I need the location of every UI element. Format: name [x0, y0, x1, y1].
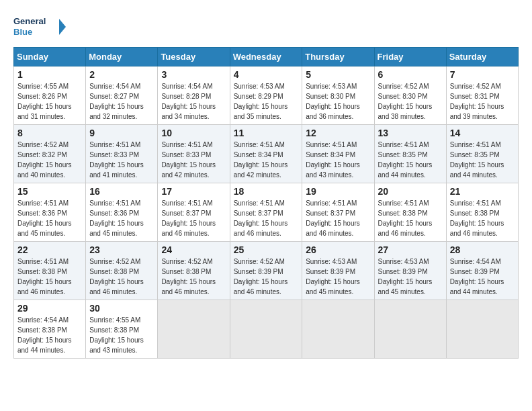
day-number: 26 [306, 244, 370, 255]
day-number: 3 [161, 69, 226, 80]
day-cell: 22 Sunrise: 4:51 AMSunset: 8:38 PMDaylig… [14, 242, 86, 300]
day-info: Sunrise: 4:52 AMSunset: 8:32 PMDaylight:… [17, 141, 72, 179]
weekday-header-row: Sunday Monday Tuesday Wednesday Thursday… [14, 48, 519, 66]
empty-cell [158, 300, 230, 359]
header-thursday: Thursday [302, 48, 374, 66]
day-number: 14 [450, 128, 515, 138]
svg-text:General: General [13, 16, 46, 26]
calendar-body: 1 Sunrise: 4:55 AMSunset: 8:26 PMDayligh… [14, 66, 519, 359]
day-number: 23 [89, 244, 154, 255]
day-number: 16 [89, 186, 154, 197]
day-cell: 27 Sunrise: 4:53 AMSunset: 8:39 PMDaylig… [374, 242, 446, 300]
day-cell: 28 Sunrise: 4:54 AMSunset: 8:39 PMDaylig… [446, 242, 518, 300]
day-info: Sunrise: 4:53 AMSunset: 8:29 PMDaylight:… [234, 83, 288, 120]
day-number: 20 [378, 186, 443, 197]
day-cell: 11 Sunrise: 4:51 AMSunset: 8:34 PMDaylig… [230, 125, 302, 183]
day-number: 25 [234, 244, 299, 255]
day-info: Sunrise: 4:54 AMSunset: 8:39 PMDaylight:… [450, 258, 504, 295]
logo-svg: General Blue [13, 13, 67, 40]
day-cell: 6 Sunrise: 4:52 AMSunset: 8:30 PMDayligh… [374, 66, 446, 125]
day-cell: 19 Sunrise: 4:51 AMSunset: 8:37 PMDaylig… [302, 183, 374, 242]
day-number: 12 [306, 128, 370, 138]
empty-cell [230, 300, 302, 359]
day-number: 2 [89, 69, 154, 80]
day-info: Sunrise: 4:51 AMSunset: 8:37 PMDaylight:… [306, 199, 360, 237]
day-cell: 13 Sunrise: 4:51 AMSunset: 8:35 PMDaylig… [374, 125, 446, 183]
day-cell: 5 Sunrise: 4:53 AMSunset: 8:30 PMDayligh… [302, 66, 374, 125]
day-cell: 23 Sunrise: 4:52 AMSunset: 8:38 PMDaylig… [86, 242, 158, 300]
day-info: Sunrise: 4:51 AMSunset: 8:38 PMDaylight:… [450, 199, 504, 237]
day-info: Sunrise: 4:54 AMSunset: 8:27 PMDaylight:… [89, 83, 144, 120]
day-number: 29 [17, 303, 82, 314]
day-info: Sunrise: 4:51 AMSunset: 8:37 PMDaylight:… [234, 199, 288, 237]
day-info: Sunrise: 4:53 AMSunset: 8:39 PMDaylight:… [306, 258, 360, 295]
day-number: 1 [17, 69, 82, 80]
header-saturday: Saturday [446, 48, 518, 66]
day-info: Sunrise: 4:51 AMSunset: 8:38 PMDaylight:… [378, 199, 433, 237]
day-info: Sunrise: 4:51 AMSunset: 8:35 PMDaylight:… [378, 141, 433, 179]
day-number: 11 [234, 128, 299, 138]
empty-cell [446, 300, 518, 359]
day-number: 17 [161, 186, 226, 197]
day-cell: 12 Sunrise: 4:51 AMSunset: 8:34 PMDaylig… [302, 125, 374, 183]
day-info: Sunrise: 4:54 AMSunset: 8:38 PMDaylight:… [17, 316, 72, 354]
day-info: Sunrise: 4:52 AMSunset: 8:30 PMDaylight:… [378, 83, 433, 120]
day-cell: 10 Sunrise: 4:51 AMSunset: 8:33 PMDaylig… [158, 125, 230, 183]
day-cell: 15 Sunrise: 4:51 AMSunset: 8:36 PMDaylig… [14, 183, 86, 242]
day-info: Sunrise: 4:52 AMSunset: 8:31 PMDaylight:… [450, 83, 504, 120]
day-cell: 21 Sunrise: 4:51 AMSunset: 8:38 PMDaylig… [446, 183, 518, 242]
day-cell: 7 Sunrise: 4:52 AMSunset: 8:31 PMDayligh… [446, 66, 518, 125]
calendar: Sunday Monday Tuesday Wednesday Thursday… [13, 47, 519, 359]
day-number: 30 [89, 303, 154, 314]
day-cell: 24 Sunrise: 4:52 AMSunset: 8:38 PMDaylig… [158, 242, 230, 300]
day-info: Sunrise: 4:51 AMSunset: 8:37 PMDaylight:… [161, 199, 216, 237]
header-monday: Monday [86, 48, 158, 66]
day-info: Sunrise: 4:54 AMSunset: 8:28 PMDaylight:… [161, 83, 216, 120]
day-info: Sunrise: 4:52 AMSunset: 8:39 PMDaylight:… [234, 258, 288, 295]
day-cell: 3 Sunrise: 4:54 AMSunset: 8:28 PMDayligh… [158, 66, 230, 125]
page-header: General Blue [13, 13, 519, 40]
svg-text:Blue: Blue [13, 27, 32, 37]
day-cell: 4 Sunrise: 4:53 AMSunset: 8:29 PMDayligh… [230, 66, 302, 125]
day-info: Sunrise: 4:55 AMSunset: 8:26 PMDaylight:… [17, 83, 72, 120]
day-info: Sunrise: 4:51 AMSunset: 8:34 PMDaylight:… [306, 141, 360, 179]
day-cell: 8 Sunrise: 4:52 AMSunset: 8:32 PMDayligh… [14, 125, 86, 183]
header-wednesday: Wednesday [230, 48, 302, 66]
day-cell: 9 Sunrise: 4:51 AMSunset: 8:33 PMDayligh… [86, 125, 158, 183]
svg-marker-2 [59, 19, 66, 35]
day-number: 6 [378, 69, 443, 80]
day-info: Sunrise: 4:55 AMSunset: 8:38 PMDaylight:… [89, 316, 144, 354]
day-number: 21 [450, 186, 515, 197]
day-info: Sunrise: 4:51 AMSunset: 8:36 PMDaylight:… [89, 199, 144, 237]
day-info: Sunrise: 4:53 AMSunset: 8:39 PMDaylight:… [378, 258, 433, 295]
day-number: 22 [17, 244, 82, 255]
day-number: 10 [161, 128, 226, 138]
day-cell: 14 Sunrise: 4:51 AMSunset: 8:35 PMDaylig… [446, 125, 518, 183]
day-cell: 17 Sunrise: 4:51 AMSunset: 8:37 PMDaylig… [158, 183, 230, 242]
day-number: 28 [450, 244, 515, 255]
logo: General Blue [13, 13, 67, 40]
day-number: 15 [17, 186, 82, 197]
day-info: Sunrise: 4:51 AMSunset: 8:34 PMDaylight:… [234, 141, 288, 179]
day-number: 13 [378, 128, 443, 138]
empty-cell [302, 300, 374, 359]
header-tuesday: Tuesday [158, 48, 230, 66]
day-number: 5 [306, 69, 370, 80]
day-number: 27 [378, 244, 443, 255]
day-info: Sunrise: 4:51 AMSunset: 8:33 PMDaylight:… [89, 141, 144, 179]
day-cell: 2 Sunrise: 4:54 AMSunset: 8:27 PMDayligh… [86, 66, 158, 125]
day-number: 8 [17, 128, 82, 138]
day-number: 7 [450, 69, 515, 80]
day-cell: 25 Sunrise: 4:52 AMSunset: 8:39 PMDaylig… [230, 242, 302, 300]
day-info: Sunrise: 4:53 AMSunset: 8:30 PMDaylight:… [306, 83, 360, 120]
day-info: Sunrise: 4:51 AMSunset: 8:35 PMDaylight:… [450, 141, 504, 179]
day-info: Sunrise: 4:52 AMSunset: 8:38 PMDaylight:… [89, 258, 144, 295]
day-number: 18 [234, 186, 299, 197]
day-cell: 18 Sunrise: 4:51 AMSunset: 8:37 PMDaylig… [230, 183, 302, 242]
day-cell: 1 Sunrise: 4:55 AMSunset: 8:26 PMDayligh… [14, 66, 86, 125]
day-cell: 20 Sunrise: 4:51 AMSunset: 8:38 PMDaylig… [374, 183, 446, 242]
day-number: 24 [161, 244, 226, 255]
empty-cell [374, 300, 446, 359]
day-cell: 16 Sunrise: 4:51 AMSunset: 8:36 PMDaylig… [86, 183, 158, 242]
day-info: Sunrise: 4:51 AMSunset: 8:38 PMDaylight:… [17, 258, 72, 295]
